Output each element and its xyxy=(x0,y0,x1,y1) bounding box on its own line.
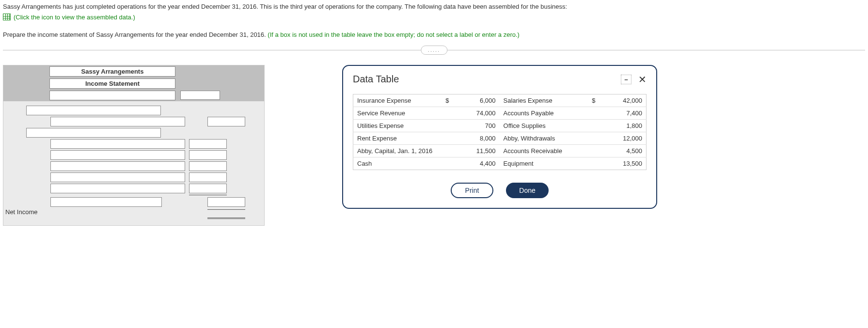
subtotal-rule xyxy=(189,195,227,196)
stmt-title-type: Income Statement xyxy=(49,78,175,89)
stmt-row-label[interactable] xyxy=(50,117,185,126)
income-statement-template: Sassy Arrangements Income Statement xyxy=(3,65,265,226)
stmt-row-amount[interactable] xyxy=(189,184,227,193)
dialog-title: Data Table xyxy=(353,74,399,85)
stmt-row-amount[interactable] xyxy=(207,197,245,207)
stmt-row-label[interactable] xyxy=(26,128,161,138)
minimize-icon[interactable]: − xyxy=(621,75,631,84)
stmt-row-amount[interactable] xyxy=(189,150,227,160)
stmt-row-label[interactable] xyxy=(26,106,161,115)
stmt-row-label[interactable] xyxy=(50,172,185,182)
table-row: Service Revenue 74,000 Accounts Payable … xyxy=(353,107,647,120)
stmt-header-amount[interactable] xyxy=(180,91,220,100)
prepare-instruction: Prepare the income statement of Sassy Ar… xyxy=(3,30,865,40)
stmt-row-label[interactable] xyxy=(50,139,185,149)
data-table: Insurance Expense $ 6,000 Salaries Expen… xyxy=(353,94,647,170)
stmt-row-label[interactable] xyxy=(50,184,185,193)
stmt-row-amount[interactable] xyxy=(189,139,227,149)
section-divider: ..... xyxy=(3,50,865,50)
net-income-label: Net Income xyxy=(5,208,47,216)
done-button[interactable]: Done xyxy=(506,183,549,198)
stmt-row-amount[interactable] xyxy=(207,117,245,126)
stmt-date-input[interactable] xyxy=(49,91,175,100)
stmt-row-label[interactable] xyxy=(50,150,185,160)
grid-icon xyxy=(3,14,11,20)
table-row: Rent Expense 8,000 Abby, Withdrawals 12,… xyxy=(353,132,647,145)
table-row: Cash 4,400 Equipment 13,500 xyxy=(353,157,647,170)
stmt-row-amount[interactable] xyxy=(189,172,227,182)
table-row: Abby, Capital, Jan. 1, 2016 11,500 Accou… xyxy=(353,145,647,157)
divider-handle[interactable]: ..... xyxy=(421,46,447,54)
table-row: Insurance Expense $ 6,000 Salaries Expen… xyxy=(353,94,647,107)
close-icon[interactable]: ✕ xyxy=(638,74,647,85)
stmt-row-label[interactable] xyxy=(50,161,185,171)
intro-text: Sassy Arrangements has just completed op… xyxy=(3,2,865,12)
table-row: Utilities Expense 700 Office Supplies 1,… xyxy=(353,120,647,132)
click-icon-text: (Click the icon to view the assembled da… xyxy=(14,13,135,22)
assembled-data-link[interactable]: (Click the icon to view the assembled da… xyxy=(3,13,135,22)
net-income-amount[interactable] xyxy=(207,209,245,219)
data-table-dialog: Data Table − ✕ Insurance Expense $ 6,000… xyxy=(342,65,657,209)
stmt-row-amount[interactable] xyxy=(189,161,227,171)
print-button[interactable]: Print xyxy=(451,183,493,198)
stmt-title-company: Sassy Arrangements xyxy=(49,66,175,77)
stmt-row-label[interactable] xyxy=(50,197,162,207)
